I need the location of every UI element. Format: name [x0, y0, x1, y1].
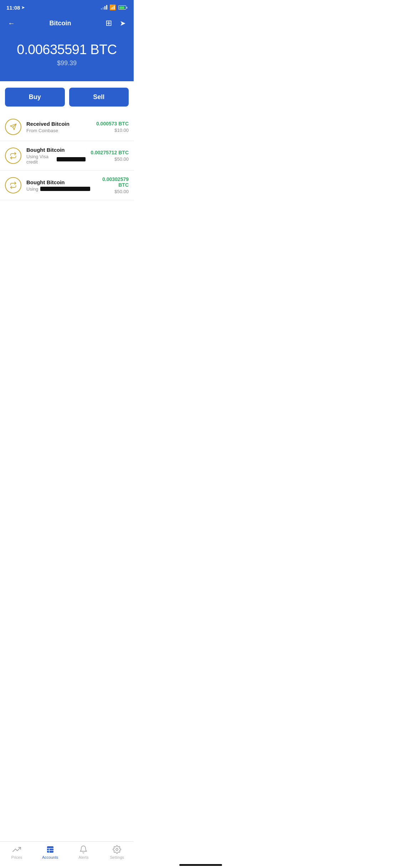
table-row[interactable]: Received Bitcoin From Coinbase 0.000573 … — [0, 113, 134, 141]
transaction-title: Bought Bitcoin — [26, 179, 90, 185]
time-display: 11:08 — [6, 5, 20, 11]
btc-amount: 0.00302579 BTC — [95, 176, 129, 188]
transaction-info: Received Bitcoin From Coinbase — [26, 121, 91, 133]
transaction-amounts: 0.00302579 BTC $50.00 — [95, 176, 129, 194]
btc-amount: 0.000573 BTC — [96, 121, 129, 126]
transaction-info: Bought Bitcoin Using Visa credit — [26, 147, 86, 165]
exchange-icon — [5, 177, 21, 193]
battery-icon — [118, 5, 127, 10]
transaction-info: Bought Bitcoin Using — [26, 179, 90, 192]
transaction-subtitle: Using Visa credit — [26, 154, 86, 165]
balance-section: 0.00635591 BTC $99.39 — [0, 35, 134, 81]
table-row[interactable]: Bought Bitcoin Using Visa credit 0.00275… — [0, 141, 134, 171]
status-time: 11:08 ➤ — [6, 5, 25, 11]
usd-amount: $50.00 — [91, 156, 129, 162]
transaction-title: Received Bitcoin — [26, 121, 91, 127]
transaction-amounts: 0.00275712 BTC $50.00 — [91, 150, 129, 162]
location-icon: ➤ — [21, 5, 25, 10]
redacted-text — [57, 157, 86, 161]
redacted-text — [40, 187, 90, 191]
transaction-subtitle: From Coinbase — [26, 128, 91, 133]
balance-usd: $99.39 — [7, 60, 127, 67]
balance-btc: 0.00635591 BTC — [7, 42, 127, 57]
page-header: ← Bitcoin ⊞ ➤ — [0, 14, 134, 35]
table-row[interactable]: Bought Bitcoin Using 0.00302579 BTC $50.… — [0, 171, 134, 200]
sell-button[interactable]: Sell — [69, 88, 129, 107]
receive-icon — [5, 119, 21, 135]
page-title: Bitcoin — [16, 20, 104, 27]
btc-amount: 0.00275712 BTC — [91, 150, 129, 155]
status-right: 📶 — [101, 4, 127, 11]
transaction-subtitle: Using — [26, 186, 90, 192]
back-button[interactable]: ← — [6, 18, 16, 29]
qr-code-icon[interactable]: ⊞ — [104, 17, 113, 29]
transaction-amounts: 0.000573 BTC $10.00 — [96, 121, 129, 133]
status-bar: 11:08 ➤ 📶 — [0, 0, 134, 14]
transaction-title: Bought Bitcoin — [26, 147, 86, 153]
usd-amount: $10.00 — [96, 128, 129, 133]
send-icon[interactable]: ➤ — [118, 17, 127, 29]
exchange-icon — [5, 148, 21, 164]
wifi-icon: 📶 — [109, 4, 116, 11]
action-buttons: Buy Sell — [0, 81, 134, 113]
usd-amount: $50.00 — [95, 189, 129, 194]
buy-button[interactable]: Buy — [5, 88, 65, 107]
main-content: Buy Sell Received Bitcoin From Coinbase … — [0, 81, 134, 229]
header-actions: ⊞ ➤ — [104, 17, 127, 29]
signal-icon — [101, 5, 107, 10]
transaction-list: Received Bitcoin From Coinbase 0.000573 … — [0, 113, 134, 200]
